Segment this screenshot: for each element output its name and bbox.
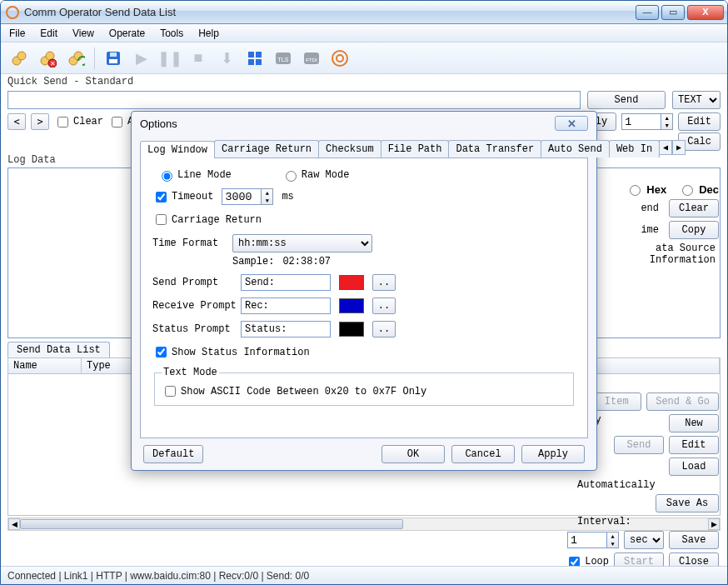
target-icon[interactable] bbox=[328, 47, 352, 70]
receive-prompt-color bbox=[339, 298, 364, 313]
ftdi-icon[interactable]: FTDI bbox=[300, 47, 323, 70]
save-button[interactable]: Save bbox=[669, 531, 719, 549]
repeat-count-spinner[interactable]: ▲▼ bbox=[621, 113, 673, 130]
menu-file[interactable]: File bbox=[9, 28, 25, 39]
dec-radio[interactable]: Dec bbox=[678, 182, 719, 196]
hex-radio[interactable]: Hex bbox=[626, 182, 666, 196]
main-window: Comm Operator Send Data List — ▭ X File … bbox=[0, 0, 728, 585]
interval-spinner[interactable]: ▲▼ bbox=[567, 531, 619, 549]
new-button[interactable]: New bbox=[669, 414, 719, 432]
prev-button[interactable]: < bbox=[7, 113, 26, 130]
svg-rect-10 bbox=[110, 52, 117, 57]
grid-icon[interactable] bbox=[243, 47, 267, 70]
tab-log-window[interactable]: Log Window bbox=[140, 141, 215, 158]
copy-button[interactable]: Copy bbox=[669, 221, 719, 239]
default-button[interactable]: Default bbox=[143, 445, 203, 463]
tab-carriage-return[interactable]: Carriage Return bbox=[214, 140, 319, 158]
close-button[interactable]: X bbox=[687, 5, 724, 20]
send-prompt-label: Send Prompt bbox=[152, 277, 232, 288]
interval-label: Interval: bbox=[577, 516, 719, 528]
send-go-button[interactable]: Send & Go bbox=[646, 392, 719, 411]
menu-view[interactable]: View bbox=[72, 28, 94, 39]
cancel-button[interactable]: Cancel bbox=[451, 445, 515, 463]
toolbar: ✕ ▶ ❚❚ ■ ⬇ TLS FTDI bbox=[1, 42, 727, 74]
link-icon[interactable] bbox=[7, 47, 31, 70]
svg-point-1 bbox=[17, 52, 26, 60]
svg-rect-11 bbox=[248, 52, 254, 58]
status-prompt-color bbox=[339, 322, 364, 337]
maximize-button[interactable]: ▭ bbox=[661, 5, 685, 20]
scroll-thumb[interactable] bbox=[20, 519, 403, 529]
ascii-only-checkbox[interactable]: Show ASCII Code Between 0x20 to 0x7F Onl… bbox=[162, 383, 426, 399]
link-refresh-icon[interactable] bbox=[64, 47, 87, 70]
send-data-list-tab[interactable]: Send Data List bbox=[7, 342, 110, 358]
svg-point-3 bbox=[46, 52, 54, 60]
download-icon[interactable]: ⬇ bbox=[215, 47, 238, 70]
tab-scroll-left-icon[interactable]: ◀ bbox=[659, 140, 672, 155]
timeout-spinner[interactable]: ▲▼ bbox=[222, 188, 273, 205]
scroll-left-icon[interactable]: ◀ bbox=[8, 518, 20, 530]
line-mode-radio[interactable]: Line Mode bbox=[157, 168, 232, 182]
receive-prompt-label: Receive Prompt bbox=[152, 300, 232, 312]
tls-icon[interactable]: TLS bbox=[272, 47, 295, 70]
tab-web-interface[interactable]: Web In bbox=[609, 140, 660, 158]
save-icon[interactable] bbox=[102, 47, 125, 70]
status-text: Connected | Link1 | HTTP | www.baidu.cim… bbox=[7, 570, 309, 582]
tab-file-path[interactable]: File Path bbox=[381, 140, 450, 158]
clear-log-button[interactable]: Clear bbox=[669, 199, 719, 218]
saveas-button[interactable]: Save As bbox=[656, 494, 719, 512]
dialog-title: Options bbox=[140, 118, 177, 130]
edit2-button[interactable]: Edit bbox=[669, 436, 719, 454]
play-icon[interactable]: ▶ bbox=[130, 47, 153, 70]
window-title: Comm Operator Send Data List bbox=[24, 6, 636, 18]
format-select[interactable]: TEXT bbox=[672, 91, 721, 109]
sample-label: Sample: bbox=[232, 256, 274, 268]
dialog-close-button[interactable]: ✕ bbox=[555, 116, 588, 131]
status-prompt-label: Status Prompt bbox=[152, 323, 232, 335]
menu-help[interactable]: Help bbox=[198, 28, 219, 39]
send-prompt-input[interactable] bbox=[241, 274, 331, 291]
a-checkbox[interactable]: A bbox=[108, 114, 133, 130]
timeout-checkbox[interactable]: Timeout bbox=[152, 189, 213, 205]
status-prompt-input[interactable] bbox=[241, 321, 331, 338]
edit-button[interactable]: Edit bbox=[678, 112, 721, 131]
load-button[interactable]: Load bbox=[669, 458, 719, 476]
datasource-label-fragment: ata Source Information bbox=[602, 242, 719, 266]
quick-send-input[interactable] bbox=[7, 91, 581, 109]
send2-button[interactable]: Send bbox=[614, 436, 664, 454]
clear-checkbox[interactable]: Clear bbox=[54, 114, 103, 130]
next-button[interactable]: > bbox=[31, 113, 49, 130]
receive-prompt-input[interactable] bbox=[241, 298, 331, 314]
item-button[interactable]: Item bbox=[591, 392, 641, 411]
status-prompt-color-button[interactable]: .. bbox=[372, 321, 396, 338]
menu-tools[interactable]: Tools bbox=[160, 28, 183, 39]
ok-button[interactable]: OK bbox=[381, 445, 445, 463]
receive-prompt-color-button[interactable]: .. bbox=[372, 298, 396, 314]
menu-operate[interactable]: Operate bbox=[109, 28, 145, 39]
tab-scroll-right-icon[interactable]: ▶ bbox=[672, 140, 686, 155]
carriage-return-checkbox[interactable]: Carriage Return bbox=[152, 212, 262, 228]
svg-text:✕: ✕ bbox=[50, 60, 56, 68]
tab-auto-send[interactable]: Auto Send bbox=[541, 140, 610, 158]
statusbar: Connected | Link1 | HTTP | www.baidu.cim… bbox=[1, 566, 727, 584]
send-prompt-color-button[interactable]: .. bbox=[372, 274, 396, 291]
col-name[interactable]: Name bbox=[8, 358, 82, 373]
pause-icon[interactable]: ❚❚ bbox=[158, 47, 182, 70]
stop-icon[interactable]: ■ bbox=[187, 47, 210, 70]
minimize-button[interactable]: — bbox=[636, 5, 659, 20]
raw-mode-radio[interactable]: Raw Mode bbox=[282, 168, 350, 182]
send-button[interactable]: Send bbox=[587, 91, 666, 109]
tab-checksum[interactable]: Checksum bbox=[318, 140, 381, 158]
svg-point-20 bbox=[337, 55, 343, 62]
svg-rect-12 bbox=[256, 52, 262, 58]
menu-edit[interactable]: Edit bbox=[40, 28, 57, 39]
apply-button[interactable]: Apply bbox=[521, 445, 585, 463]
svg-point-19 bbox=[332, 51, 347, 66]
tab-data-transfer[interactable]: Data Transfer bbox=[448, 140, 541, 158]
show-status-checkbox[interactable]: Show Status Information bbox=[152, 344, 310, 360]
time-format-select[interactable]: hh:mm:ss bbox=[232, 234, 372, 252]
interval-unit-select[interactable]: sec bbox=[624, 531, 664, 549]
col-type[interactable]: Type bbox=[82, 358, 132, 373]
link-remove-icon[interactable]: ✕ bbox=[36, 47, 59, 70]
quick-send-label: Quick Send - Standard bbox=[1, 74, 727, 89]
